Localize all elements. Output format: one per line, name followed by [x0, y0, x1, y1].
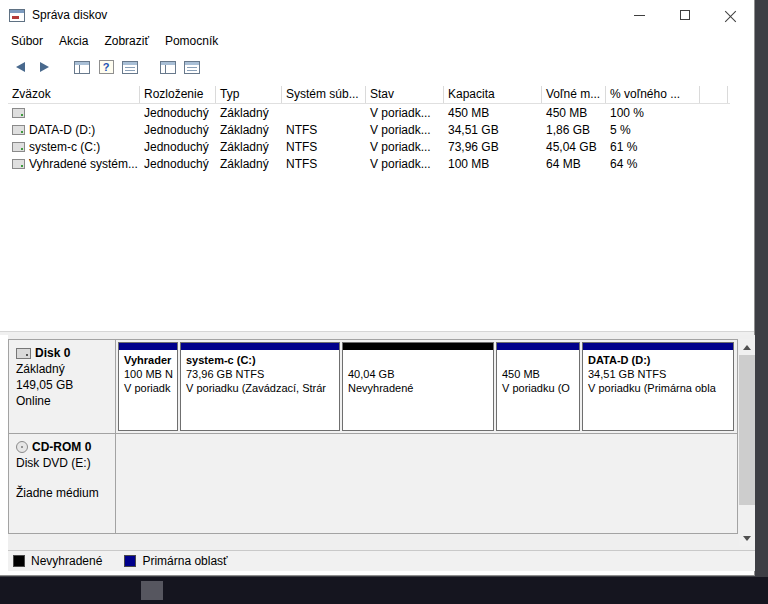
- window-controls: [616, 0, 754, 30]
- taskbar-app-item[interactable]: [141, 581, 163, 600]
- partition-status: V poriadku (Primárna obla: [583, 381, 733, 395]
- menu-help[interactable]: Pomocník: [157, 31, 226, 51]
- partition-status: V poriadk: [119, 381, 177, 395]
- console-tree-icon: [74, 61, 90, 74]
- list-view-button[interactable]: [118, 55, 142, 79]
- cdrom-label[interactable]: CD-ROM 0 Disk DVD (E:) Žiadne médium: [9, 434, 116, 533]
- vertical-scrollbar[interactable]: [739, 339, 755, 546]
- close-button[interactable]: [708, 0, 754, 30]
- volume-icon: [12, 125, 25, 135]
- partition-data-d[interactable]: DATA-D (D:) 34,51 GB NTFS V poriadku (Pr…: [582, 342, 734, 431]
- app-icon: [9, 9, 25, 22]
- disk0-status: Online: [16, 394, 108, 408]
- volume-name-cell: system-c (C:): [8, 140, 140, 154]
- status-cell: V poriadk...: [366, 106, 444, 120]
- column-header-free-space[interactable]: Voľné m...: [542, 86, 606, 103]
- partition-unallocated[interactable]: 40,04 GB Nevyhradené: [342, 342, 494, 431]
- taskbar[interactable]: [0, 577, 768, 604]
- column-header-capacity[interactable]: Kapacita: [444, 86, 542, 103]
- scroll-up-button[interactable]: [739, 339, 755, 355]
- scroll-down-icon: [743, 536, 751, 541]
- maximize-icon: [680, 10, 690, 20]
- partition-system-reserved[interactable]: Vyhrader 100 MB N V poriadk: [118, 342, 178, 431]
- free-space-cell: 64 MB: [542, 157, 606, 171]
- volume-row-system-reserved[interactable]: Vyhradené systém... Jednoduchý Základný …: [8, 155, 730, 172]
- action-pane-button[interactable]: [156, 55, 180, 79]
- cdrom-name: CD-ROM 0: [32, 440, 91, 454]
- partition-recovery[interactable]: 450 MB V poriadku (O: [496, 342, 580, 431]
- column-header-layout[interactable]: Rozloženie: [140, 86, 216, 103]
- legend-label: Nevyhradené: [31, 554, 102, 568]
- legend-label: Primárna oblasť: [142, 554, 227, 568]
- forward-icon: [40, 62, 49, 72]
- list-view-icon: [122, 61, 138, 74]
- cdrom-media: Disk DVD (E:): [16, 456, 108, 470]
- properties-button[interactable]: [180, 55, 204, 79]
- type-cell: Základný: [216, 106, 282, 120]
- window-title: Správa diskov: [32, 8, 107, 22]
- capacity-cell: 450 MB: [444, 106, 542, 120]
- menu-view[interactable]: Zobraziť: [96, 31, 157, 51]
- maximize-button[interactable]: [662, 0, 708, 30]
- volume-row-data-d[interactable]: DATA-D (D:) Jednoduchý Základný NTFS V p…: [8, 121, 730, 138]
- scroll-up-icon: [743, 345, 751, 350]
- volume-row-recovery[interactable]: Jednoduchý Základný V poriadk... 450 MB …: [8, 104, 730, 121]
- back-icon: [16, 62, 25, 72]
- filesystem-cell: NTFS: [282, 157, 366, 171]
- back-button[interactable]: [8, 55, 32, 79]
- column-header-filesystem[interactable]: Systém súb...: [282, 86, 366, 103]
- forward-button[interactable]: [32, 55, 56, 79]
- column-header-status[interactable]: Stav: [366, 86, 444, 103]
- disk0-partitions: Vyhrader 100 MB N V poriadk system-c (C:…: [116, 340, 737, 433]
- column-header-volume[interactable]: Zväzok: [8, 86, 140, 103]
- volume-row-system-c[interactable]: system-c (C:) Jednoduchý Základný NTFS V…: [8, 138, 730, 155]
- layout-cell: Jednoduchý: [140, 123, 216, 137]
- scroll-down-button[interactable]: [739, 530, 755, 546]
- menu-action[interactable]: Akcia: [51, 31, 96, 51]
- layout-cell: Jednoduchý: [140, 157, 216, 171]
- menu-bar: Súbor Akcia Zobraziť Pomocník: [0, 30, 754, 52]
- volume-name: Vyhradené systém...: [29, 157, 138, 171]
- column-header-percent-free[interactable]: % voľného ...: [606, 86, 700, 103]
- help-icon: ?: [99, 60, 114, 74]
- partition-size: 73,96 GB NTFS: [181, 367, 339, 381]
- partition-status: V poriadku (Zavádzací, Strár: [181, 381, 339, 395]
- capacity-cell: 73,96 GB: [444, 140, 542, 154]
- column-header-filler: [700, 86, 728, 103]
- title-bar[interactable]: Správa diskov: [0, 0, 754, 30]
- free-space-cell: 45,04 GB: [542, 140, 606, 154]
- percent-free-cell: 100 %: [606, 106, 700, 120]
- console-tree-button[interactable]: [70, 55, 94, 79]
- partition-size: 450 MB: [497, 367, 579, 381]
- disk-rows: Disk 0 Základný 149,05 GB Online Vyhrade…: [8, 339, 738, 534]
- menu-file[interactable]: Súbor: [3, 31, 51, 51]
- action-pane-icon: [160, 61, 176, 74]
- minimize-button[interactable]: [616, 0, 662, 30]
- cdrom-row: CD-ROM 0 Disk DVD (E:) Žiadne médium: [8, 433, 738, 534]
- scrollbar-thumb[interactable]: [739, 355, 755, 505]
- disk0-label[interactable]: Disk 0 Základný 149,05 GB Online: [9, 340, 116, 433]
- partition-name: Vyhrader: [119, 353, 177, 367]
- column-header-type[interactable]: Typ: [216, 86, 282, 103]
- percent-free-cell: 64 %: [606, 157, 700, 171]
- volume-name-cell: DATA-D (D:): [8, 123, 140, 137]
- type-cell: Základný: [216, 157, 282, 171]
- legend-bar: Nevyhradené Primárna oblasť: [8, 550, 755, 571]
- partition-status: Nevyhradené: [343, 381, 493, 395]
- properties-icon: [184, 61, 200, 74]
- type-cell: Základný: [216, 140, 282, 154]
- partition-name: [343, 353, 493, 367]
- volume-icon: [12, 142, 25, 152]
- partition-name: DATA-D (D:): [583, 353, 733, 367]
- disk0-name: Disk 0: [35, 346, 70, 360]
- help-button[interactable]: ?: [94, 55, 118, 79]
- volume-list: Zväzok Rozloženie Typ Systém súb... Stav…: [8, 86, 730, 172]
- status-cell: V poriadk...: [366, 157, 444, 171]
- primary-partition-strip: [181, 343, 339, 350]
- capacity-cell: 34,51 GB: [444, 123, 542, 137]
- volume-name-cell: [8, 108, 140, 118]
- partition-system-c[interactable]: system-c (C:) 73,96 GB NTFS V poriadku (…: [180, 342, 340, 431]
- unallocated-partition-strip: [343, 343, 493, 350]
- primary-partition-strip: [119, 343, 177, 350]
- primary-partition-swatch: [124, 555, 136, 567]
